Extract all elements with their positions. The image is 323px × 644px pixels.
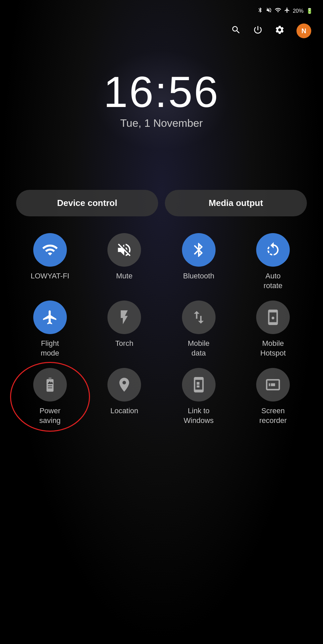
torch-tile-label: Torch: [115, 339, 133, 348]
tile-autorotate[interactable]: Autorotate: [239, 233, 307, 290]
settings-icon[interactable]: [275, 25, 285, 37]
status-bar: 20% 🔋: [0, 0, 323, 18]
autorotate-tile-label: Autorotate: [264, 271, 282, 290]
tile-mute[interactable]: Mute: [91, 233, 158, 290]
mobiledata-tile-label: Mobiledata: [188, 339, 210, 358]
status-icons: 20% 🔋: [257, 7, 313, 15]
device-control-button[interactable]: Device control: [16, 190, 158, 216]
tile-mobilehotspot[interactable]: MobileHotspot: [239, 301, 307, 358]
tile-screenrecorder[interactable]: Screenrecorder: [239, 368, 307, 425]
tile-torch[interactable]: Torch: [91, 301, 158, 358]
linktowindows-tile-label: Link toWindows: [184, 406, 214, 425]
clock-section: 16:56 Tue, 1 November: [103, 70, 219, 129]
battery-percentage: 20%: [293, 8, 304, 14]
tile-powersaving[interactable]: Powersaving: [16, 368, 84, 425]
mobilehotspot-tile-label: MobileHotspot: [260, 339, 286, 358]
clock-time: 16:56: [103, 70, 219, 114]
tile-location[interactable]: Location: [91, 368, 158, 425]
bluetooth-tile-icon: [182, 233, 216, 267]
bluetooth-status-icon: [257, 7, 263, 15]
flightmode-tile-icon: [33, 301, 67, 334]
location-tile-label: Location: [110, 406, 138, 416]
screenrecorder-tile-label: Screenrecorder: [259, 406, 287, 425]
mobiledata-tile-icon: [182, 301, 216, 334]
wifi-tile-icon: [33, 233, 67, 267]
wifi-tile-label: LOWYAT-FI: [31, 271, 69, 281]
linktowindows-tile-icon: [182, 368, 216, 401]
autorotate-tile-icon: [256, 233, 290, 267]
search-icon[interactable]: [231, 25, 241, 37]
wifi-status-icon: [275, 7, 281, 15]
bluetooth-tile-label: Bluetooth: [183, 271, 214, 281]
tile-linktowindows[interactable]: Link toWindows: [165, 368, 232, 425]
mobilehotspot-tile-icon: [256, 301, 290, 334]
power-icon[interactable]: [253, 25, 263, 37]
airplane-status-icon: [284, 7, 290, 15]
tile-flightmode[interactable]: Flightmode: [16, 301, 84, 358]
quick-control-row: Device control Media output: [16, 190, 307, 216]
screenrecorder-tile-icon: [256, 368, 290, 401]
notification-badge[interactable]: N: [296, 23, 311, 38]
flightmode-tile-label: Flightmode: [41, 339, 59, 358]
location-tile-icon: [107, 368, 141, 401]
quick-actions-top: N: [0, 18, 323, 43]
mute-status-icon: [266, 7, 272, 15]
tile-mobiledata[interactable]: Mobiledata: [165, 301, 232, 358]
battery-icon: 🔋: [306, 8, 313, 14]
tile-wifi[interactable]: LOWYAT-FI: [16, 233, 84, 290]
tile-bluetooth[interactable]: Bluetooth: [165, 233, 232, 290]
clock-date: Tue, 1 November: [103, 117, 219, 129]
media-output-button[interactable]: Media output: [165, 190, 307, 216]
tile-grid: LOWYAT-FI Mute Bluetooth: [16, 233, 307, 426]
mute-tile-label: Mute: [116, 271, 133, 281]
powersaving-tile-icon: [33, 368, 67, 401]
torch-tile-icon: [107, 301, 141, 334]
mute-tile-icon: [107, 233, 141, 267]
powersaving-tile-label: Powersaving: [39, 406, 61, 425]
